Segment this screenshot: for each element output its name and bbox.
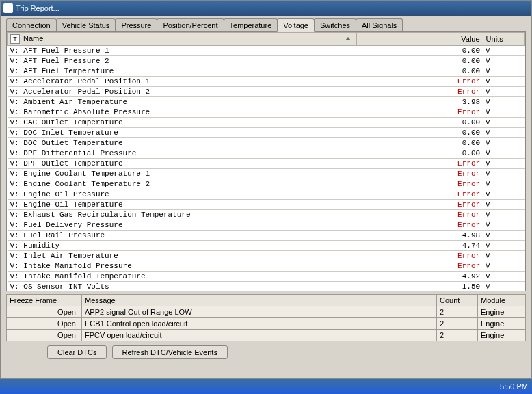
signal-value: 0.00 <box>357 66 483 77</box>
signal-name: V: Humidity <box>8 241 357 251</box>
signal-unit: V <box>483 272 524 282</box>
signal-name: V: Fuel Delivery Pressure <box>8 220 357 231</box>
tab-vehicle-status[interactable]: Vehicle Status <box>56 18 116 31</box>
col-header-value[interactable]: Value <box>357 33 483 46</box>
table-row[interactable]: V: AFT Fuel Pressure 10.00V <box>8 46 525 56</box>
signal-name: V: Engine Coolant Temperature 1 <box>8 169 357 179</box>
filter-icon[interactable]: T <box>10 34 20 44</box>
signal-value: Error <box>357 210 483 220</box>
signal-unit: V <box>483 241 524 251</box>
signal-value: Error <box>357 261 483 272</box>
signal-unit: V <box>483 210 524 220</box>
table-row[interactable]: V: Intake Manifold PressureErrorV <box>8 261 525 272</box>
dtc-row[interactable]: OpenFPCV open load/circuit2Engine <box>7 330 526 341</box>
dtc-panel: Freeze Frame Message Count Module OpenAP… <box>6 294 526 363</box>
table-row[interactable]: V: CAC Outlet Temperature0.00V <box>8 118 525 128</box>
signal-name: V: Inlet Air Temperature <box>8 251 357 261</box>
signal-unit: V <box>483 200 524 210</box>
table-row[interactable]: V: Exhaust Gas Recirculation Temperature… <box>8 210 525 220</box>
signal-value: Error <box>357 179 483 189</box>
table-row[interactable]: V: Inlet Air TemperatureErrorV <box>8 251 525 261</box>
app-icon <box>3 3 13 13</box>
signal-unit: V <box>483 169 524 179</box>
signal-unit: V <box>483 179 524 189</box>
tab-switches[interactable]: Switches <box>314 18 356 31</box>
app-window: Trip Report... ConnectionVehicle StatusP… <box>0 0 532 379</box>
signal-value: 4.98 <box>357 231 483 241</box>
signal-unit: V <box>483 261 524 272</box>
table-row[interactable]: V: Accelerator Pedal Position 2ErrorV <box>8 87 525 97</box>
signal-value: Error <box>357 87 483 97</box>
signal-unit: V <box>483 189 524 200</box>
table-row[interactable]: V: Barometric Absolute PressureErrorV <box>8 107 525 118</box>
dtc-col-module[interactable]: Module <box>478 295 526 306</box>
signal-value: 0.00 <box>357 148 483 159</box>
table-row[interactable]: V: Engine Coolant Temperature 1ErrorV <box>8 169 525 179</box>
signal-unit: V <box>483 231 524 241</box>
table-row[interactable]: V: OS Sensor INT Volts1.50V <box>8 282 525 291</box>
table-row[interactable]: V: Humidity4.74V <box>8 241 525 251</box>
window-title: Trip Report... <box>16 4 59 12</box>
table-row[interactable]: V: DOC Inlet Temperature0.00V <box>8 128 525 138</box>
signal-name: V: Engine Coolant Temperature 2 <box>8 179 357 189</box>
voltage-grid: T Name Value Units V: AFT Fuel Pressure … <box>6 31 526 291</box>
signal-unit: V <box>483 46 524 56</box>
table-row[interactable]: V: AFT Fuel Pressure 20.00V <box>8 56 525 66</box>
sort-asc-icon <box>345 37 351 40</box>
dtc-col-count[interactable]: Count <box>437 295 478 306</box>
table-row[interactable]: V: Intake Manifold Temperature4.92V <box>8 272 525 282</box>
signal-unit: V <box>483 56 524 66</box>
signal-unit: V <box>483 138 524 148</box>
signal-value: 0.00 <box>357 118 483 128</box>
table-row[interactable]: V: DPF Outlet TemperatureErrorV <box>8 159 525 169</box>
table-row[interactable]: V: DOC Outlet Temperature0.00V <box>8 138 525 148</box>
signal-name: V: DOC Outlet Temperature <box>8 138 357 148</box>
table-row[interactable]: V: DPF Differential Pressure0.00V <box>8 148 525 159</box>
tab-connection[interactable]: Connection <box>6 18 57 31</box>
signal-unit: V <box>483 107 524 118</box>
refresh-dtc-button[interactable]: Refresh DTC/Vehicle Events <box>112 345 228 359</box>
table-row[interactable]: V: Engine Oil TemperatureErrorV <box>8 200 525 210</box>
signal-value: Error <box>357 169 483 179</box>
dtc-count: 2 <box>437 330 478 341</box>
signal-value: 0.00 <box>357 128 483 138</box>
clear-dtcs-button[interactable]: Clear DTCs <box>47 345 107 359</box>
signal-name: V: AFT Fuel Pressure 1 <box>8 46 357 56</box>
dtc-count: 2 <box>437 318 478 330</box>
tab-voltage[interactable]: Voltage <box>277 18 315 32</box>
signal-name: V: Engine Oil Temperature <box>8 200 357 210</box>
title-bar[interactable]: Trip Report... <box>1 1 531 16</box>
taskbar[interactable]: 5:50 PM <box>0 379 532 394</box>
tab-position-percent[interactable]: Position/Percent <box>157 18 224 31</box>
tab-temperature[interactable]: Temperature <box>224 18 278 31</box>
signal-value: 0.00 <box>357 56 483 66</box>
signal-name: V: Barometric Absolute Pressure <box>8 107 357 118</box>
tab-all-signals[interactable]: All Signals <box>356 18 403 31</box>
signal-value: Error <box>357 189 483 200</box>
table-row[interactable]: V: Fuel Delivery PressureErrorV <box>8 220 525 231</box>
signal-name: V: AFT Fuel Pressure 2 <box>8 56 357 66</box>
table-row[interactable]: V: Accelerator Pedal Position 1ErrorV <box>8 77 525 87</box>
table-row[interactable]: V: Engine Oil PressureErrorV <box>8 189 525 200</box>
signal-name: V: Intake Manifold Pressure <box>8 261 357 272</box>
signal-value: Error <box>357 251 483 261</box>
dtc-count: 2 <box>437 306 478 318</box>
dtc-ff: Open <box>7 318 82 330</box>
col-header-name[interactable]: T Name <box>8 33 357 46</box>
dtc-row[interactable]: OpenECB1 Control open load/circuit2Engin… <box>7 318 526 330</box>
tab-strip: ConnectionVehicle StatusPressurePosition… <box>1 16 531 31</box>
tab-pressure[interactable]: Pressure <box>115 18 157 31</box>
dtc-module: Engine <box>478 306 526 318</box>
table-row[interactable]: V: Engine Coolant Temperature 2ErrorV <box>8 179 525 189</box>
signal-unit: V <box>483 97 524 107</box>
table-row[interactable]: V: Fuel Rail Pressure4.98V <box>8 231 525 241</box>
col-header-units[interactable]: Units <box>483 33 524 46</box>
signal-value: 1.50 <box>357 282 483 291</box>
signal-name: V: OS Sensor INT Volts <box>8 282 357 291</box>
dtc-row[interactable]: OpenAPP2 signal Out of Range LOW2Engine <box>7 306 526 318</box>
signal-unit: V <box>483 148 524 159</box>
table-row[interactable]: V: Ambient Air Temperature3.98V <box>8 97 525 107</box>
dtc-col-freeze[interactable]: Freeze Frame <box>7 295 82 306</box>
table-row[interactable]: V: AFT Fuel Temperature0.00V <box>8 66 525 77</box>
dtc-col-message[interactable]: Message <box>82 295 437 306</box>
